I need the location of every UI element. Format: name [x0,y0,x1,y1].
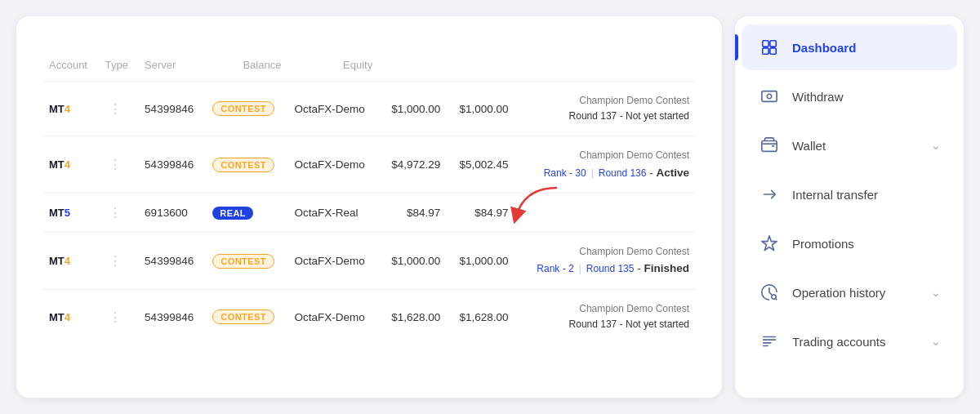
desc-title: Champion Demo Contest [521,244,689,260]
svg-rect-2 [763,48,768,54]
type-badge: CONTEST [212,254,274,269]
equity-cell: $1,000.00 [447,82,514,136]
round-link[interactable]: Round 136 [599,167,647,179]
desc-title: Champion Demo Contest [521,93,689,109]
account-id: 54399846 [138,136,206,194]
table-row: MT4 ⋮ 54399846 CONTEST OctaFX-Demo$1,000… [42,82,696,136]
sidebar-item-label: Withdraw [792,90,941,104]
desc-detail: Round 137 - Not yet started [521,317,689,332]
dots-cell[interactable]: ⋮ [99,136,138,194]
round-link[interactable]: Round 135 [586,263,635,274]
mt-badge: MT4 [49,311,78,323]
sidebar-item-internal-transfer[interactable]: Internal transfer [742,171,957,217]
main-panel: Account Type Server Balance Equity MT4 ⋮… [16,16,722,398]
svg-rect-4 [762,91,777,102]
type-badge: CONTEST [212,158,274,172]
app-container: Account Type Server Balance Equity MT4 ⋮… [16,16,964,398]
chevron-down-icon: ⌄ [931,335,941,348]
desc-cell: Champion Demo Contest Rank - 30 | Round … [514,136,696,194]
desc-cell: Champion Demo Contest Rank - 2 | Round 1… [514,233,696,290]
sidebar-item-trading-accounts[interactable]: Trading accounts⌄ [742,318,957,364]
mt-badge: MT4 [49,103,78,115]
sidebar-item-label: Promotions [792,237,941,251]
promotions-icon [758,232,781,255]
mt-badge-cell: MT4 [42,136,99,194]
balance-cell: $1,628.00 [379,289,447,344]
type-badge: CONTEST [212,101,274,116]
mt-badge: MT5 [49,207,78,219]
svg-rect-3 [770,48,776,54]
sidebar: DashboardWithdrawWallet⌄Internal transfe… [735,16,964,398]
balance-cell: $1,000.00 [379,82,447,136]
type-badge-cell: CONTEST [206,233,287,290]
sidebar-item-label: Wallet [792,139,931,153]
type-badge-cell: CONTEST [206,82,287,136]
desc-detail: Rank - 2 | Round 135 - Finished [537,262,689,274]
chevron-down-icon: ⌄ [931,139,941,152]
table-row: MT5 ⋮ 6913600 REAL OctaFX-Real$84.97$84.… [42,194,696,233]
table-row: MT4 ⋮ 54399846 CONTEST OctaFX-Demo$4,972… [42,136,696,194]
desc-detail: Round 137 - Not yet started [521,109,689,124]
server-cell: OctaFX-Real [287,194,379,233]
sidebar-item-label: Dashboard [792,41,941,55]
sidebar-item-label: Operation history [792,286,931,300]
svg-rect-6 [762,141,777,152]
table-row: MT4 ⋮ 54399846 CONTEST OctaFX-Demo$1,000… [42,233,696,290]
balance-cell: $4,972.29 [379,136,447,194]
account-id: 6913600 [138,194,206,233]
server-cell: OctaFX-Demo [287,82,379,136]
dots-icon[interactable]: ⋮ [109,158,122,171]
balance-cell: $1,000.00 [379,233,447,290]
account-id: 54399846 [138,82,206,136]
type-badge-cell: REAL [206,194,287,233]
server-cell: OctaFX-Demo [287,289,379,344]
dots-icon[interactable]: ⋮ [109,310,122,324]
desc-cell: Champion Demo Contest Round 137 - Not ye… [514,82,696,136]
sidebar-item-label: Trading accounts [792,335,931,349]
sidebar-item-wallet[interactable]: Wallet⌄ [742,122,957,168]
desc-title: Champion Demo Contest [521,301,689,317]
col-type: Type [99,59,138,82]
type-badge-cell: CONTEST [206,136,287,194]
dots-icon[interactable]: ⋮ [109,102,122,116]
sidebar-item-label: Internal transfer [792,188,941,202]
svg-point-5 [767,94,772,99]
dots-icon[interactable]: ⋮ [109,206,122,220]
sidebar-item-withdraw[interactable]: Withdraw [742,73,957,119]
desc-detail: Rank - 30 | Round 136 - Active [544,167,689,179]
col-account: Account [42,59,99,82]
sidebar-item-promotions[interactable]: Promotions [742,220,957,266]
mt-badge: MT4 [49,255,78,267]
svg-rect-0 [763,41,768,47]
trading-accounts-icon [758,330,781,353]
mt-badge: MT4 [49,158,78,171]
col-equity: Equity [287,59,379,82]
sidebar-item-operation-history[interactable]: Operation history⌄ [742,269,957,315]
dots-cell[interactable]: ⋮ [99,289,138,344]
dots-cell[interactable]: ⋮ [99,233,138,290]
dots-icon[interactable]: ⋮ [109,254,122,268]
dots-cell[interactable]: ⋮ [99,82,138,136]
chevron-down-icon: ⌄ [931,286,941,299]
equity-cell: $84.97 [447,194,514,233]
server-cell: OctaFX-Demo [287,136,379,194]
col-desc [379,59,447,82]
balance-cell: $84.97 [379,194,447,233]
sidebar-item-dashboard[interactable]: Dashboard [742,24,957,70]
rank-link[interactable]: Rank - 2 [537,263,573,274]
mt-badge-cell: MT4 [42,233,99,290]
svg-rect-1 [770,41,776,47]
table-row: MT4 ⋮ 54399846 CONTEST OctaFX-Demo$1,628… [42,289,696,344]
internal-transfer-icon [758,183,781,206]
dots-cell[interactable]: ⋮ [99,194,138,233]
type-badge-cell: CONTEST [206,289,287,344]
accounts-table: Account Type Server Balance Equity MT4 ⋮… [42,59,696,344]
mt-badge-cell: MT4 [42,289,99,344]
withdraw-icon [758,85,781,108]
desc-cell [514,194,696,233]
mt-badge-cell: MT4 [42,82,99,136]
type-badge: REAL [212,207,253,220]
account-id: 54399846 [138,289,206,344]
rank-link[interactable]: Rank - 30 [544,167,586,179]
equity-cell: $5,002.45 [447,136,514,194]
